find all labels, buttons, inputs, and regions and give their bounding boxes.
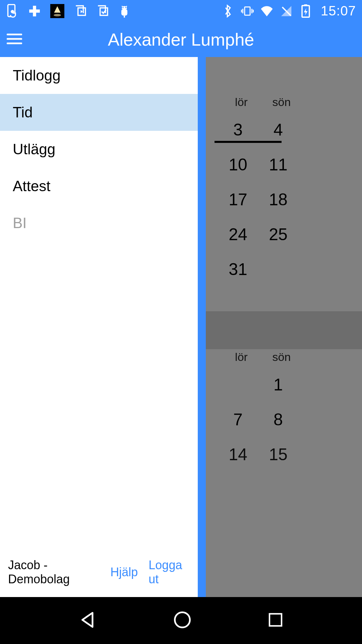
cal-date[interactable]: 18 <box>258 190 298 209</box>
status-time: 15:07 <box>321 3 356 18</box>
svg-line-9 <box>126 6 127 7</box>
cal-day-header-sat: lör <box>221 351 261 364</box>
android-home-icon[interactable] <box>173 611 191 630</box>
android-recents-icon[interactable] <box>267 612 284 629</box>
svg-point-21 <box>175 612 190 628</box>
android-debug-icon <box>118 5 131 17</box>
svg-line-8 <box>122 6 123 7</box>
svg-rect-17 <box>304 4 307 6</box>
cal-date[interactable]: 3 <box>218 120 258 140</box>
lamp-icon <box>50 4 64 18</box>
svg-rect-22 <box>269 614 282 626</box>
navigation-drawer: Tidlogg Tid Utlägg Attest BI Jacob - Dem… <box>0 57 198 597</box>
cal-date[interactable]: 17 <box>218 190 258 209</box>
cal-date[interactable]: 10 <box>218 155 258 174</box>
cal-day-header-sun: sön <box>261 96 302 109</box>
signal-off-icon <box>280 5 293 17</box>
phone-shield-icon <box>6 5 19 17</box>
page-title: Alexander Lumphé <box>0 30 362 50</box>
drawer-user-label: Jacob - Demobolag <box>8 558 100 586</box>
cal-date[interactable]: 15 <box>258 445 298 464</box>
svg-point-3 <box>54 14 61 16</box>
battery-charging-icon <box>299 5 312 17</box>
cal-date[interactable]: 11 <box>258 155 298 174</box>
svg-rect-2 <box>29 9 40 13</box>
cal-date[interactable]: 4 <box>258 120 298 140</box>
drawer-item-bi[interactable]: BI <box>0 205 198 241</box>
bluetooth-icon <box>222 5 234 17</box>
cal-date[interactable] <box>218 375 258 394</box>
drawer-item-utlagg[interactable]: Utlägg <box>0 131 198 168</box>
play-store-notif-icon-1 <box>74 5 86 17</box>
logout-link[interactable]: Logga ut <box>148 558 190 586</box>
help-link[interactable]: Hjälp <box>110 565 138 579</box>
app-bar: Alexander Lumphé <box>0 22 362 57</box>
drawer-item-tidlogg[interactable]: Tidlogg <box>0 57 198 94</box>
cal-date[interactable]: 1 <box>258 375 298 394</box>
drawer-item-attest[interactable]: Attest <box>0 168 198 205</box>
cal-date[interactable]: 14 <box>218 445 258 464</box>
cal-date[interactable]: 25 <box>258 225 298 244</box>
cal-day-header-sun: sön <box>261 351 302 364</box>
plus-icon <box>28 5 41 17</box>
cal-day-header-sat: lör <box>221 96 261 109</box>
wifi-icon <box>260 5 273 17</box>
svg-rect-4 <box>121 9 127 16</box>
drawer-item-tid[interactable]: Tid <box>0 94 198 131</box>
android-navigation-bar <box>0 597 362 644</box>
status-right-icons: 15:07 <box>222 3 356 18</box>
svg-point-7 <box>125 7 126 8</box>
svg-rect-10 <box>245 7 250 15</box>
android-back-icon[interactable] <box>78 610 97 631</box>
play-store-notif-icon-2 <box>96 5 109 17</box>
status-left-icons <box>6 4 131 18</box>
drawer-footer: Jacob - Demobolag Hjälp Logga ut <box>0 550 198 597</box>
android-status-bar: 15:07 <box>0 0 362 22</box>
vibrate-icon <box>241 5 254 17</box>
cal-date[interactable]: 7 <box>218 410 258 429</box>
svg-point-6 <box>123 7 124 8</box>
cal-date[interactable]: 24 <box>218 225 258 244</box>
cal-date[interactable]: 31 <box>218 260 258 279</box>
drawer-edge <box>198 57 206 597</box>
cal-date[interactable] <box>258 260 298 279</box>
cal-date[interactable]: 8 <box>258 410 298 429</box>
hamburger-menu-icon[interactable] <box>7 33 22 46</box>
